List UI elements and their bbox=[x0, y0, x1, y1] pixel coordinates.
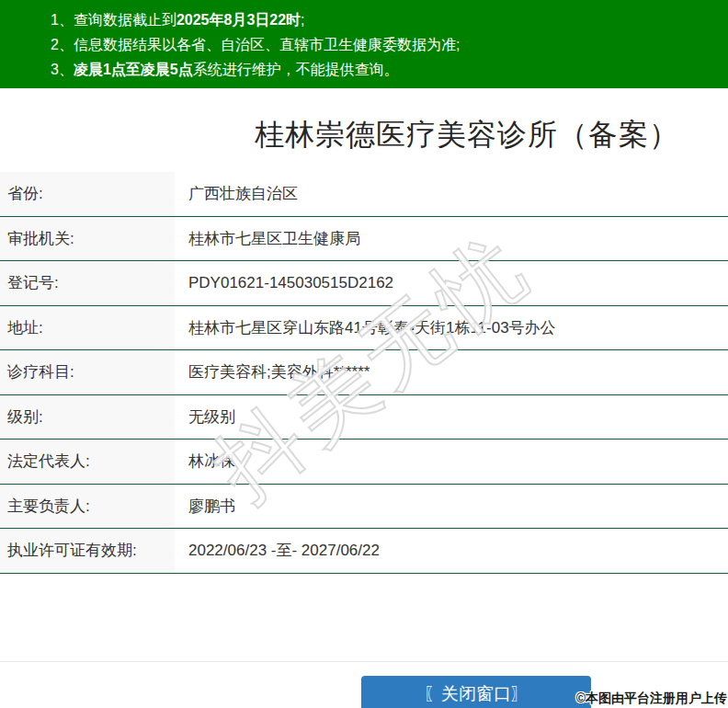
table-row-province: 省份: 广西壮族自治区 bbox=[0, 172, 728, 217]
row-value: 2022/06/23 -至- 2027/06/22 bbox=[175, 529, 380, 573]
row-label: 法定代表人: bbox=[0, 440, 175, 484]
row-label: 级别: bbox=[0, 395, 175, 440]
notice-line-1-suffix: ; bbox=[301, 12, 304, 28]
table-row-registration-number: 登记号: PDY01621-145030515D2162 bbox=[0, 261, 728, 306]
row-value: 桂林市七星区穿山东路41号彰泰▪天街1栋11-03号办公 bbox=[175, 306, 556, 350]
notice-banner: 1、查询数据截止到2025年8月3日22时; 2、信息数据结果以各省、自治区、直… bbox=[0, 0, 728, 88]
table-row-legal-representative: 法定代表人: 林冰保 bbox=[0, 440, 728, 485]
close-window-button[interactable]: 〖关闭窗口〗 bbox=[361, 676, 591, 708]
notice-line-3: 3、凌晨1点至凌晨5点系统进行维护，不能提供查询。 bbox=[51, 57, 719, 82]
notice-line-2-text: 2、信息数据结果以各省、自治区、直辖市卫生健康委数据为准; bbox=[51, 37, 460, 52]
row-value: 医疗美容科;美容外科****** bbox=[175, 350, 370, 394]
row-value: PDY01621-145030515D2162 bbox=[175, 261, 393, 305]
row-label: 登记号: bbox=[0, 261, 175, 305]
row-label: 执业许可证有效期: bbox=[0, 529, 175, 573]
page-title: 桂林崇德医疗美容诊所（备案） bbox=[0, 116, 728, 153]
notice-line-1: 1、查询数据截止到2025年8月3日22时; bbox=[51, 7, 719, 32]
row-label: 省份: bbox=[0, 172, 175, 216]
bottom-divider bbox=[0, 661, 728, 662]
notice-line-1-text: 1、查询数据截止到 bbox=[51, 12, 176, 28]
table-row-approval-authority: 审批机关: 桂林市七星区卫生健康局 bbox=[0, 217, 728, 262]
row-label: 审批机关: bbox=[0, 217, 175, 261]
row-label: 主要负责人: bbox=[0, 485, 175, 529]
notice-line-2: 2、信息数据结果以各省、自治区、直辖市卫生健康委数据为准; bbox=[51, 32, 719, 57]
notice-line-3-bold: 凌晨1点至凌晨5点 bbox=[74, 62, 193, 77]
row-label: 诊疗科目: bbox=[0, 350, 175, 394]
table-row-person-in-charge: 主要负责人: 廖鹏书 bbox=[0, 485, 728, 530]
upload-stamp: ©本图由平台注册用户上传 bbox=[576, 691, 727, 707]
table-row-treatment-subjects: 诊疗科目: 医疗美容科;美容外科****** bbox=[0, 350, 728, 395]
table-row-license-validity: 执业许可证有效期: 2022/06/23 -至- 2027/06/22 bbox=[0, 529, 728, 574]
table-row-address: 地址: 桂林市七星区穿山东路41号彰泰▪天街1栋11-03号办公 bbox=[0, 306, 728, 351]
row-label: 地址: bbox=[0, 306, 175, 350]
institution-info-table: 省份: 广西壮族自治区 审批机关: 桂林市七星区卫生健康局 登记号: PDY01… bbox=[0, 172, 728, 574]
row-value: 桂林市七星区卫生健康局 bbox=[175, 217, 360, 261]
notice-line-3-suffix: 系统进行维护，不能提供查询。 bbox=[193, 62, 399, 77]
notice-line-1-bold: 2025年8月3日22时 bbox=[176, 12, 301, 28]
row-value: 林冰保 bbox=[175, 440, 235, 484]
row-value: 广西壮族自治区 bbox=[175, 172, 298, 216]
table-row-level: 级别: 无级别 bbox=[0, 395, 728, 440]
notice-line-3-text: 3、 bbox=[51, 62, 74, 77]
row-value: 廖鹏书 bbox=[175, 485, 235, 529]
row-value: 无级别 bbox=[175, 395, 235, 440]
